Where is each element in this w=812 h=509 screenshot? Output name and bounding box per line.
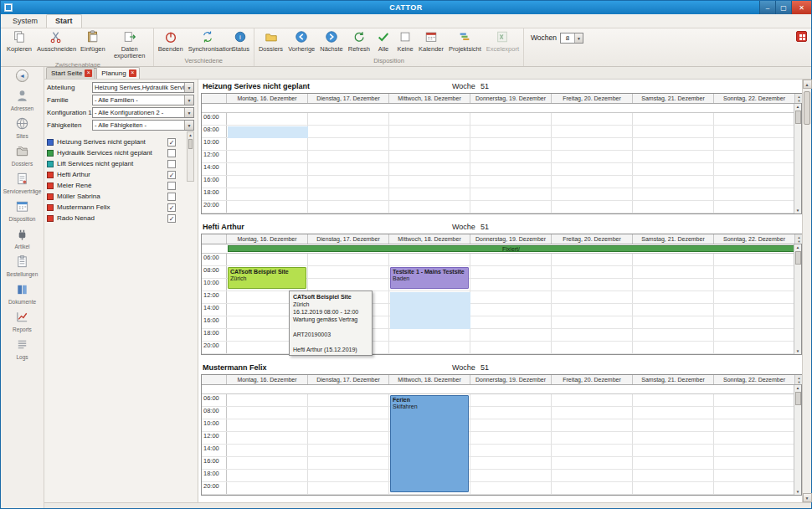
grid-cell[interactable] [552,163,633,175]
grid-cell[interactable] [714,316,795,328]
grid-scroll-up[interactable]: ▲ [796,244,799,250]
grid-cell[interactable] [633,482,714,494]
sidebar-item-artikel[interactable]: Artikel [1,227,44,249]
grid-cell[interactable] [714,457,795,469]
grid-cell[interactable] [633,419,714,431]
titlebar[interactable]: CATTOR – ▢ ✕ [1,1,811,14]
grid-cell[interactable] [389,254,470,265]
grid-cell[interactable] [308,445,389,456]
keine-button[interactable]: Keine [394,29,416,54]
sidebar-item-bestellungen[interactable]: Bestellungen [1,254,44,277]
grid-scroll-down[interactable]: ▼ [796,348,799,354]
grid-cell[interactable] [714,279,795,290]
grid-cell[interactable] [389,151,470,162]
resource-row[interactable]: Müller Sabrina [47,191,176,202]
grid-cell[interactable] [552,470,633,481]
grid-cell[interactable] [470,394,552,406]
grid-cell[interactable] [470,457,552,469]
grid-cell[interactable] [389,113,470,125]
grid-cell[interactable] [389,126,470,137]
scroll-thumb[interactable] [804,91,810,125]
ausschneiden-button[interactable]: Ausschneiden [34,29,78,54]
chevron-down-icon[interactable]: ▼ [574,33,583,43]
grid-cell[interactable] [552,138,633,150]
grid-cell[interactable] [552,291,633,303]
grid-cell[interactable] [470,470,552,481]
grid-cell[interactable] [714,126,795,137]
grid-cell[interactable] [470,329,552,341]
resource-row[interactable]: Mustermann Felix✓ [47,202,176,213]
horizontal-scrollbar-strip[interactable] [44,502,811,508]
grid-cell[interactable] [552,113,633,125]
grid-cell[interactable] [552,329,633,341]
grid-cell[interactable] [633,342,714,353]
grid-cell[interactable] [227,176,308,188]
minimize-button[interactable]: – [759,1,775,14]
spinner-down-icon[interactable]: ▼ [798,99,801,103]
resource-checkbox[interactable]: ✓ [167,138,176,147]
grid-cell[interactable] [714,445,795,456]
grid-cell[interactable] [227,457,308,469]
resource-checkbox[interactable] [167,193,176,201]
grid-cell[interactable] [389,138,470,150]
grid-cell[interactable] [714,254,795,265]
vorherige-button[interactable]: Vorherige [285,29,317,54]
grid-scroll-up[interactable]: ▲ [796,104,799,110]
grid-cell[interactable] [308,254,389,265]
alle-button[interactable]: Alle [373,29,394,54]
grid-cell[interactable] [714,176,795,188]
grid-spinner[interactable]: ▲▼ [795,234,802,244]
grid-cell[interactable] [552,482,633,494]
grid-cell[interactable] [714,304,795,316]
grid-cell[interactable] [308,138,389,150]
grid-cell[interactable] [308,113,389,125]
grid-cell[interactable] [470,342,552,353]
chevron-down-icon[interactable]: ▼ [184,83,193,92]
grid-cell[interactable] [552,201,633,213]
naechste-button[interactable]: Nächste [317,29,346,54]
sidebar-item-sites[interactable]: Sites [1,116,44,139]
grid-scroll-thumb[interactable] [795,251,801,265]
grid-scrollbar[interactable]: ▲▼ [794,244,801,354]
grid-cell[interactable] [633,113,714,125]
sidebar-item-disposition[interactable]: Disposition [1,199,44,222]
grid-cell[interactable] [470,266,552,278]
grid-scroll-thumb[interactable] [795,111,801,124]
grid-cell[interactable] [633,432,714,444]
kalender-button[interactable]: Kalender [416,29,446,54]
grid-cell[interactable] [389,329,470,341]
grid-cell[interactable] [633,279,714,290]
grid-cell[interactable] [308,201,389,213]
grid-cell[interactable] [227,432,308,444]
abteilung-dropdown[interactable]: Heizung Serives,Hydraulik Services,... ▼ [92,82,194,93]
konfiguration-dropdown[interactable]: - Alle Konfigurationen 2 - ▼ [92,107,194,118]
grid-cell[interactable] [714,432,795,444]
grid-cell[interactable] [714,113,795,125]
grid-spinner[interactable]: ▲▼ [795,375,802,384]
grid-cell[interactable] [308,163,389,175]
grid-cell[interactable] [389,201,470,213]
grid-cell[interactable] [389,176,470,188]
grid-scroll-up[interactable]: ▲ [796,385,799,391]
grid-cell[interactable] [470,432,552,444]
kopieren-button[interactable]: Kopieren [4,29,34,54]
grid-cell[interactable] [470,126,552,137]
grid-cell[interactable] [552,419,633,431]
close-button[interactable]: ✕ [791,1,811,14]
grid-cell[interactable] [714,201,795,213]
grid-cell[interactable] [227,163,308,175]
grid-cell[interactable] [308,470,389,481]
grid-cell[interactable] [714,470,795,481]
grid-scroll-down[interactable]: ▼ [796,489,799,495]
grid-cell[interactable] [552,457,633,469]
grid-cell[interactable] [227,482,308,494]
tab-close-icon[interactable]: × [129,69,136,77]
scroll-thumb[interactable] [188,139,193,149]
grid-cell[interactable] [552,176,633,188]
grid-cell[interactable] [470,482,552,494]
grid-cell[interactable] [714,342,795,353]
grid-scroll-down[interactable]: ▼ [796,208,799,213]
grid-cell[interactable] [308,457,389,469]
grid-cell[interactable] [308,188,389,200]
tab-close-icon[interactable]: × [85,69,92,77]
